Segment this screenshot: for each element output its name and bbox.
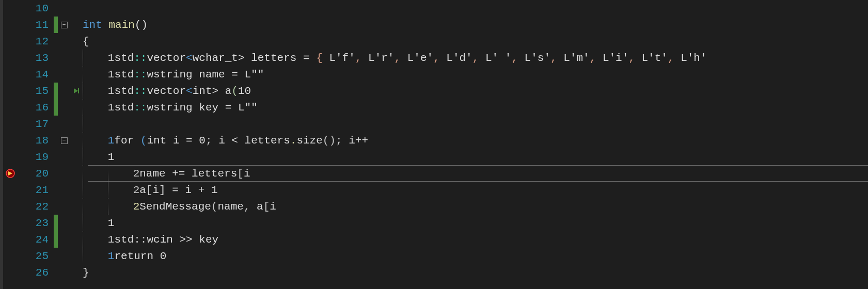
- code-content[interactable]: 2SendMessage(name, a[i: [83, 198, 276, 215]
- token-var: [193, 234, 199, 246]
- fold-gutter[interactable]: [58, 66, 70, 83]
- token-pun: letters: [245, 135, 290, 147]
- token-var: [: [263, 201, 270, 213]
- code-content[interactable]: 1std::wstring name = L"": [83, 66, 264, 83]
- code-editor[interactable]: 1011−int main()12{13 1std::vector<wchar_…: [0, 0, 868, 289]
- breakpoint-current-icon[interactable]: [5, 168, 15, 179]
- token-op: [179, 135, 186, 147]
- change-indicator: [54, 132, 58, 149]
- fold-gutter[interactable]: [58, 99, 70, 116]
- change-indicator: [54, 17, 58, 33]
- code-content[interactable]: 1std::vector<wchar_t> letters = { L'f', …: [83, 50, 707, 66]
- fold-gutter[interactable]: [58, 165, 70, 182]
- fold-gutter[interactable]: [58, 0, 70, 17]
- execution-gutter: [70, 182, 83, 198]
- breakpoint-gutter[interactable]: [0, 17, 21, 33]
- change-indicator: [54, 50, 58, 66]
- code-content[interactable]: 1: [83, 215, 114, 231]
- token-sp: =: [303, 52, 310, 64]
- breakpoint-gutter[interactable]: [0, 0, 21, 17]
- code-line[interactable]: 14 1std::wstring name = L"": [0, 66, 868, 83]
- code-line[interactable]: 20 2name += letters[i: [0, 165, 868, 182]
- fold-gutter[interactable]: [58, 248, 70, 264]
- token-pun: L'r': [368, 52, 394, 64]
- indent-space: [88, 201, 108, 213]
- breakpoint-gutter[interactable]: [0, 264, 21, 281]
- breakpoint-gutter[interactable]: [0, 99, 21, 116]
- token-num: [204, 184, 211, 196]
- code-line[interactable]: 10: [0, 0, 868, 17]
- fold-collapse-icon[interactable]: −: [61, 22, 68, 28]
- breakpoint-gutter[interactable]: [0, 50, 21, 66]
- code-content[interactable]: 1for (int i = 0; i < letters.size(); i++: [83, 132, 368, 149]
- breakpoint-gutter[interactable]: [0, 33, 21, 50]
- token-str: [231, 102, 238, 114]
- indent-guide: [83, 149, 88, 165]
- token-var: [238, 135, 245, 147]
- fold-gutter[interactable]: [58, 182, 70, 198]
- code-line[interactable]: 11−int main(): [0, 17, 868, 33]
- fold-gutter[interactable]: [58, 264, 70, 281]
- token-kw: <: [186, 52, 193, 64]
- fold-gutter[interactable]: [58, 149, 70, 165]
- fold-gutter[interactable]: −: [58, 17, 70, 33]
- token-op: [166, 168, 172, 180]
- code-content[interactable]: 1std::wstring key = L"": [83, 99, 258, 116]
- code-line[interactable]: 15 1std::vector<int> a(10: [0, 83, 868, 99]
- execution-gutter: [70, 83, 83, 99]
- token-op: [218, 102, 225, 114]
- code-line[interactable]: 21 2a[i] = i + 1: [0, 182, 868, 198]
- code-content[interactable]: {: [83, 33, 89, 50]
- code-line[interactable]: 13 1std::vector<wchar_t> letters = { L'f…: [0, 50, 868, 66]
- code-content[interactable]: 1return 0: [83, 248, 166, 264]
- breakpoint-gutter[interactable]: [0, 149, 21, 165]
- indent-guide: [83, 99, 88, 116]
- breakpoint-gutter[interactable]: [0, 132, 21, 149]
- fold-gutter[interactable]: [58, 83, 70, 99]
- code-line[interactable]: 23 1: [0, 215, 868, 231]
- code-line[interactable]: 12{: [0, 33, 868, 50]
- code-line[interactable]: 26}: [0, 264, 868, 281]
- code-content[interactable]: 1std::vector<int> a(10: [83, 83, 251, 99]
- breakpoint-gutter[interactable]: [0, 66, 21, 83]
- code-line[interactable]: 24 1std::wcin >> key: [0, 231, 868, 248]
- code-content[interactable]: 2a[i] = i + 1: [83, 182, 218, 198]
- token-op: [225, 69, 232, 81]
- code-content[interactable]: 1std::wcin >> key: [83, 231, 218, 248]
- breakpoint-gutter[interactable]: [0, 182, 21, 198]
- token-ns: 1: [108, 102, 115, 114]
- token-sp: key: [199, 102, 218, 114]
- breakpoint-gutter[interactable]: [0, 116, 21, 132]
- fold-collapse-icon[interactable]: −: [61, 137, 68, 144]
- breakpoint-gutter[interactable]: [0, 248, 21, 264]
- token-op: int: [193, 85, 212, 97]
- fold-gutter[interactable]: [58, 33, 70, 50]
- code-line[interactable]: 19 1: [0, 149, 868, 165]
- code-content[interactable]: }: [83, 264, 89, 281]
- fold-gutter[interactable]: [58, 231, 70, 248]
- code-content[interactable]: [83, 116, 108, 132]
- code-line[interactable]: 25 1return 0: [0, 248, 868, 264]
- fold-gutter[interactable]: [58, 116, 70, 132]
- token-sp: [102, 19, 109, 31]
- change-indicator: [54, 198, 58, 215]
- code-content[interactable]: int main(): [83, 17, 148, 33]
- fold-gutter[interactable]: [58, 215, 70, 231]
- breakpoint-gutter[interactable]: [0, 198, 21, 215]
- breakpoint-gutter[interactable]: [0, 83, 21, 99]
- code-line[interactable]: 18− 1for (int i = 0; i < letters.size();…: [0, 132, 868, 149]
- code-content[interactable]: 1: [83, 149, 114, 165]
- breakpoint-gutter[interactable]: [0, 215, 21, 231]
- code-line[interactable]: 17: [0, 116, 868, 132]
- code-line[interactable]: 22 2SendMessage(name, a[i: [0, 198, 868, 215]
- fold-gutter[interactable]: [58, 198, 70, 215]
- code-content[interactable]: 2name += letters[i: [83, 165, 250, 182]
- token-num: (: [231, 85, 238, 97]
- breakpoint-gutter[interactable]: [0, 165, 21, 182]
- indent-guide: [83, 83, 88, 99]
- breakpoint-gutter[interactable]: [0, 231, 21, 248]
- token-sp: wstring: [147, 102, 192, 114]
- fold-gutter[interactable]: [58, 50, 70, 66]
- code-line[interactable]: 16 1std::wstring key = L"": [0, 99, 868, 116]
- fold-gutter[interactable]: −: [58, 132, 70, 149]
